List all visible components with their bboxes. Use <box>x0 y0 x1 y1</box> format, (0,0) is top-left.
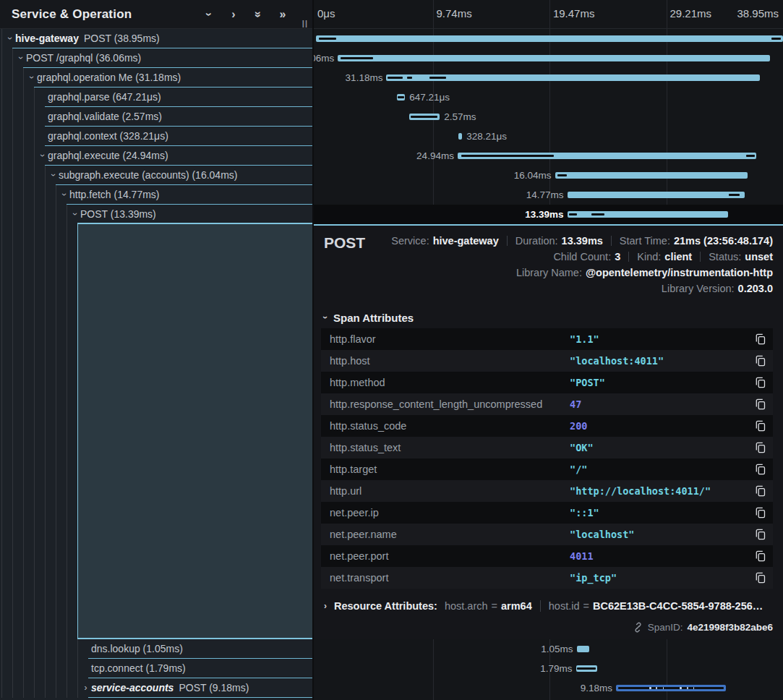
span-id-label: SpanID: <box>648 622 683 633</box>
double-chevron-right-icon[interactable]: » <box>276 8 289 21</box>
tree-row[interactable]: graphql.parse (647.21μs) <box>0 88 312 107</box>
waterfall-row[interactable]: 2.57ms <box>314 107 783 127</box>
span-bar[interactable] <box>458 153 757 159</box>
waterfall-row[interactable]: 9.18ms <box>314 678 783 698</box>
copy-icon[interactable] <box>748 485 773 497</box>
waterfall-row[interactable]: 1.79ms <box>314 659 783 678</box>
chevron-down-icon[interactable]: › <box>202 8 215 21</box>
waterfall-row[interactable]: 38.95ms <box>314 29 783 48</box>
span-bar[interactable] <box>386 74 760 81</box>
tree-guide <box>12 88 13 107</box>
copy-icon[interactable] <box>748 529 773 540</box>
panel-resize-handle[interactable]: || <box>302 19 308 27</box>
chevron-down-icon[interactable]: › <box>69 210 80 218</box>
chevron-right-icon[interactable]: › <box>227 8 240 21</box>
span-bar[interactable] <box>316 35 783 42</box>
tree-row[interactable]: ›POST /graphql (36.06ms) <box>0 48 312 68</box>
span-id-value: 4e21998f3b82abe6 <box>687 622 773 633</box>
tree-row[interactable]: ›graphql.execute (24.94ms) <box>0 146 312 166</box>
copy-icon[interactable] <box>748 398 773 410</box>
copy-icon[interactable] <box>748 550 773 562</box>
span-bar[interactable] <box>576 665 598 672</box>
tree-row[interactable]: ›hive-gatewayPOST (38.95ms) <box>0 29 312 48</box>
tree-row-label: graphql.parse (647.21μs) <box>37 88 161 106</box>
waterfall-row[interactable]: 31.18ms <box>314 68 783 88</box>
tree-row[interactable]: graphql.context (328.21μs) <box>0 127 312 146</box>
chevron-down-icon[interactable]: › <box>4 34 15 43</box>
span-meta-line: Service:hive-gatewayDuration:13.39msStar… <box>391 233 773 249</box>
tree-row-label: ›POST (13.39ms) <box>69 205 156 223</box>
span-bar[interactable] <box>568 211 728 218</box>
meta-pair: Service:hive-gateway <box>391 235 498 247</box>
double-chevron-down-icon[interactable]: » <box>252 8 265 21</box>
tree-guide <box>1 29 2 48</box>
ruler-tick: 9.74ms <box>437 7 472 20</box>
waterfall-row[interactable]: 16.04ms <box>314 166 783 185</box>
chevron-down-icon[interactable]: › <box>59 190 69 199</box>
tree-row-label: tcp.connect (1.79ms) <box>80 659 186 678</box>
chevron-down-icon[interactable]: › <box>37 151 48 160</box>
tree-row[interactable]: ›graphql.operation Me (31.18ms) <box>0 68 312 88</box>
tree-row-label: ›service-accountsPOST (9.18ms) <box>80 678 249 697</box>
span-attributes-title: Span Attributes <box>333 312 414 324</box>
tree-row[interactable]: ›http.fetch (14.77ms) <box>0 185 312 205</box>
waterfall-row[interactable]: 328.21μs <box>314 127 783 146</box>
child-span-mark <box>411 116 437 118</box>
chevron-down-icon[interactable]: › <box>26 73 37 82</box>
chevron-right-icon[interactable]: › <box>80 683 91 692</box>
waterfall-row[interactable]: 36.06ms <box>314 48 783 68</box>
operation-name: graphql.validate (2.57ms) <box>48 111 162 122</box>
tree-guide <box>12 146 13 166</box>
tree-row[interactable]: ›service-accountsPOST (9.18ms) <box>0 678 312 698</box>
copy-icon[interactable] <box>748 420 773 432</box>
copy-icon[interactable] <box>748 464 773 475</box>
ruler-tick: 0μs <box>317 7 335 20</box>
span-title: POST <box>321 233 365 252</box>
span-bar[interactable] <box>458 133 462 140</box>
tree-guide <box>23 127 24 146</box>
span-bar[interactable] <box>409 114 440 120</box>
span-bar[interactable] <box>397 94 405 101</box>
waterfall-row[interactable]: 14.77ms <box>314 185 783 205</box>
waterfall-row[interactable]: 24.94ms <box>314 146 783 166</box>
copy-icon[interactable] <box>748 355 773 367</box>
tree-row-label: ›hive-gatewayPOST (38.95ms) <box>4 29 160 48</box>
tree-guide <box>12 68 13 88</box>
chevron-down-icon[interactable]: › <box>15 54 26 62</box>
chevron-down-icon[interactable]: › <box>48 171 59 179</box>
span-bar[interactable] <box>338 55 770 61</box>
link-icon[interactable] <box>633 622 643 633</box>
attribute-value: "http://localhost:4011/" <box>570 485 748 497</box>
resource-attributes-row[interactable]: › Resource Attributes: host.arch=arm64ho… <box>321 597 773 615</box>
waterfall-row[interactable]: 13.39ms <box>314 205 783 224</box>
meta-pair: Status:unset <box>709 251 773 262</box>
copy-icon[interactable] <box>748 507 773 518</box>
child-span-mark <box>429 77 446 79</box>
copy-icon[interactable] <box>748 333 773 345</box>
tree-row[interactable]: dns.lookup (1.05ms) <box>0 639 312 659</box>
span-bar[interactable] <box>616 685 726 691</box>
child-span-mark <box>687 687 688 689</box>
span-bar[interactable] <box>568 192 745 198</box>
span-attributes-header[interactable]: › Span Attributes <box>321 308 773 327</box>
tree-row[interactable]: ›subgraph.execute (accounts) (16.04ms) <box>0 166 312 185</box>
chevron-down-icon: › <box>60 193 69 196</box>
chevron-down-icon: › <box>6 37 14 40</box>
tree-panel-title: Service & Operation <box>12 7 202 22</box>
span-bar[interactable] <box>577 646 589 652</box>
tree-guide <box>34 639 35 659</box>
waterfall-row[interactable]: 1.05ms <box>314 639 783 659</box>
waterfall-row[interactable]: 647.21μs <box>314 88 783 107</box>
copy-icon[interactable] <box>748 377 773 388</box>
attribute-key: http.status_code <box>321 420 570 432</box>
span-bar[interactable] <box>555 172 748 179</box>
tree-row[interactable]: tcp.connect (1.79ms) <box>0 659 312 678</box>
chevron-down-icon: › <box>203 12 215 16</box>
tree-row[interactable]: graphql.validate (2.57ms) <box>0 107 312 127</box>
copy-icon[interactable] <box>748 572 773 584</box>
tree-row[interactable]: ›POST (13.39ms) <box>0 205 312 224</box>
chevron-right-icon: › <box>324 602 327 610</box>
equals-sign: = <box>583 600 589 612</box>
tree-guide <box>1 48 2 68</box>
copy-icon[interactable] <box>748 442 773 453</box>
